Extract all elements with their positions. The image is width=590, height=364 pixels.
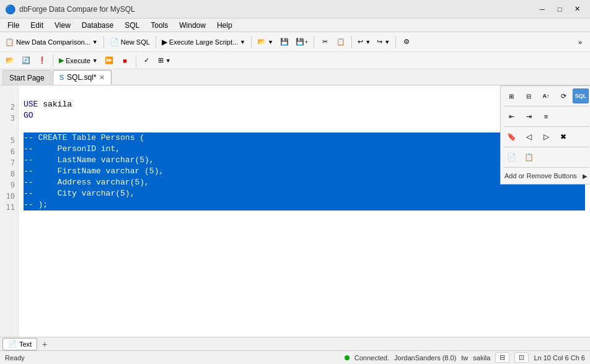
indent-left-icon: ⇤ xyxy=(509,113,514,121)
bookmark-prev-icon: ◁ xyxy=(526,132,532,141)
menu-view[interactable]: View xyxy=(50,20,76,31)
execute-icon: ▶ xyxy=(59,56,64,64)
options-button[interactable]: ⚙ xyxy=(399,35,414,50)
align-button[interactable]: ≡ xyxy=(538,109,554,124)
tab-start-page[interactable]: Start Page xyxy=(2,70,51,85)
bookmark-add-button[interactable]: 🔖 xyxy=(503,129,519,144)
execute-large-icon: ▶ xyxy=(162,38,167,46)
doc1-button[interactable]: 📄 xyxy=(503,150,519,165)
unformat-button[interactable]: ⊟ xyxy=(521,89,537,103)
separator xyxy=(351,36,352,48)
new-data-comparison-button[interactable]: 📋 New Data Comparison... ▼ xyxy=(2,35,100,50)
layout-button-2[interactable]: ⊡ xyxy=(514,352,529,363)
new-sql-button[interactable]: 📄 New SQL xyxy=(107,35,152,50)
open2-button[interactable]: 📂 xyxy=(2,53,17,68)
refresh-panel-button[interactable]: ⟳ xyxy=(555,89,571,103)
new-data-comparison-icon: 📋 xyxy=(5,38,14,46)
add-tab-button[interactable]: + xyxy=(38,338,51,350)
menu-sql[interactable]: SQL xyxy=(120,20,144,31)
open-icon: 📂 xyxy=(257,38,266,46)
mode-label: tw xyxy=(461,354,468,362)
tab-text-icon: 📄 xyxy=(8,340,17,348)
copy-button[interactable]: 📋 xyxy=(333,35,348,50)
line-numbers: 2 3 5 6 7 8 9 10 11 xyxy=(0,85,19,337)
overflow-button[interactable]: » xyxy=(573,35,588,50)
code-line-12 xyxy=(24,210,585,222)
tab-sql-label: SQL.sql* xyxy=(67,73,96,82)
indent-right-button[interactable]: ⇥ xyxy=(521,109,537,124)
menu-window[interactable]: Window xyxy=(174,20,211,31)
status-ready: Ready xyxy=(5,354,25,362)
user-label: JordanSanders (8.0) xyxy=(394,354,456,362)
window-controls: ─ □ ✕ xyxy=(534,3,585,15)
app-icon: 🔵 xyxy=(5,4,15,14)
tab-text[interactable]: 📄 Text xyxy=(2,338,37,350)
execute-button[interactable]: ▶ Execute ▼ xyxy=(56,53,100,68)
format-button[interactable]: ⊞ xyxy=(503,89,519,103)
separator xyxy=(395,36,396,48)
menu-database[interactable]: Database xyxy=(77,20,118,31)
panel-separator-3 xyxy=(503,147,589,147)
status-bar: Ready Connected. JordanSanders (8.0) tw … xyxy=(0,350,590,364)
indent-left-button[interactable]: ⇤ xyxy=(503,109,519,124)
maximize-button[interactable]: □ xyxy=(552,3,568,15)
add-remove-arrow: ▶ xyxy=(583,173,588,180)
app-title: dbForge Data Compare for MySQL xyxy=(19,5,534,14)
grid-button[interactable]: ⊞ ▼ xyxy=(156,53,174,68)
status-right: Connected. JordanSanders (8.0) tw sakila… xyxy=(345,352,585,363)
open-button[interactable]: 📂 ▼ xyxy=(255,35,276,50)
separator xyxy=(314,36,314,48)
connected-label: Connected. xyxy=(354,354,389,362)
tab-close-button[interactable]: ✕ xyxy=(99,74,105,82)
step-button[interactable]: ⏩ xyxy=(102,53,117,68)
open-dropdown: ▼ xyxy=(268,39,273,45)
refresh-button[interactable]: 🔄 xyxy=(19,53,33,68)
panel-separator-2 xyxy=(503,126,589,127)
warning-icon: ❗ xyxy=(38,56,46,64)
close-button[interactable]: ✕ xyxy=(569,3,585,15)
panel-separator-1 xyxy=(503,106,589,106)
overflow-icon: » xyxy=(578,38,582,46)
warning-button[interactable]: ❗ xyxy=(35,53,50,68)
menu-help[interactable]: Help xyxy=(212,20,237,31)
save-button[interactable]: 💾 xyxy=(277,35,292,50)
bookmark-clear-icon: ✖ xyxy=(560,132,566,141)
add-remove-label: Add or Remove Buttons xyxy=(504,172,577,180)
execute-large-script-button[interactable]: ▶ Execute Large Script... ▼ xyxy=(159,35,248,50)
bookmark-next-button[interactable]: ▷ xyxy=(538,129,554,144)
add-remove-buttons-row[interactable]: Add or Remove Buttons ▶ xyxy=(503,170,589,181)
minimize-button[interactable]: ─ xyxy=(534,3,550,15)
menu-edit[interactable]: Edit xyxy=(25,20,48,31)
sql-icon: SQL xyxy=(575,93,587,99)
doc2-button[interactable]: 📋 xyxy=(521,150,537,165)
bookmark-prev-button[interactable]: ◁ xyxy=(521,129,537,144)
db-label: sakila xyxy=(473,354,490,362)
bookmark-clear-button[interactable]: ✖ xyxy=(555,129,571,144)
uppercase-button[interactable]: A↑ xyxy=(538,89,554,103)
format-icon: ⊞ xyxy=(509,93,514,100)
new-sql-icon: 📄 xyxy=(110,38,119,46)
stop-button[interactable]: ■ xyxy=(118,53,133,68)
menu-file[interactable]: File xyxy=(2,20,24,31)
bottom-tab-bar: 📄 Text + xyxy=(0,337,590,350)
panel-separator-4 xyxy=(503,167,589,168)
check-icon: ✓ xyxy=(144,56,149,64)
menu-bar: File Edit View Database SQL Tools Window… xyxy=(0,19,590,32)
tab-text-label: Text xyxy=(19,340,32,348)
check-button[interactable]: ✓ xyxy=(139,53,154,68)
undo-button[interactable]: ↩ ▼ xyxy=(355,35,373,50)
tab-sql-file[interactable]: S SQL.sql* ✕ xyxy=(53,70,112,85)
menu-tools[interactable]: Tools xyxy=(146,20,173,31)
layout-button-1[interactable]: ⊟ xyxy=(495,352,509,363)
uppercase-icon: A↑ xyxy=(543,93,550,99)
sql-button[interactable]: SQL xyxy=(573,89,589,103)
save-all-button[interactable]: 💾 + xyxy=(293,35,310,50)
redo-button[interactable]: ↪ ▼ xyxy=(374,35,392,50)
doc2-icon: 📋 xyxy=(524,153,534,162)
separator xyxy=(251,36,252,48)
separator xyxy=(103,36,104,48)
copy-icon: 📋 xyxy=(337,38,345,46)
bookmark-next-icon: ▷ xyxy=(544,132,549,141)
cut-button[interactable]: ✂ xyxy=(317,35,332,50)
position-label: Ln 10 Col 6 Ch 6 xyxy=(534,354,585,362)
